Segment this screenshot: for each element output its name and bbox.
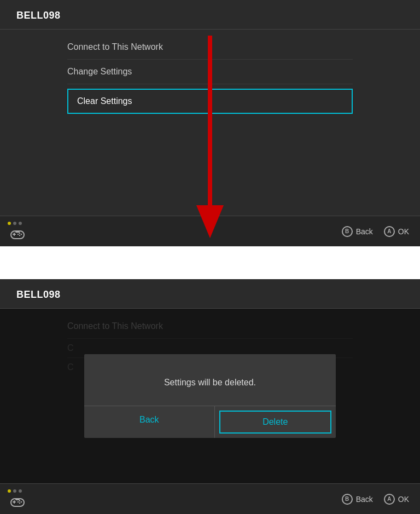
- bottom-footer-back-btn[interactable]: B Back: [342, 494, 373, 505]
- bottom-footer-left: [8, 489, 30, 509]
- top-panel-title: BELL098: [0, 0, 420, 30]
- svg-rect-7: [15, 232, 20, 233]
- dialog-delete-wrap: Delete: [215, 406, 336, 438]
- dialog-message: Settings will be deleted.: [84, 354, 336, 406]
- svg-rect-17: [15, 499, 20, 500]
- ok-label: OK: [398, 227, 409, 236]
- footer-ok-btn[interactable]: A OK: [384, 226, 409, 237]
- red-arrow: [194, 36, 226, 240]
- bottom-footer-right: B Back A OK: [342, 494, 409, 505]
- footer-right: B Back A OK: [342, 226, 409, 237]
- svg-point-15: [19, 502, 20, 503]
- svg-point-14: [21, 501, 22, 502]
- bottom-gamepad-icon: [8, 494, 27, 509]
- a-circle: A: [384, 226, 395, 237]
- bottom-panel: BELL098 Connect to This Network C C Sett…: [0, 279, 420, 514]
- white-separator: [0, 246, 420, 279]
- bottom-panel-footer: B Back A OK: [0, 483, 420, 514]
- svg-rect-2: [14, 233, 15, 236]
- bottom-dot-1: [8, 489, 11, 493]
- bottom-a-circle: A: [384, 494, 395, 505]
- bottom-b-circle: B: [342, 494, 353, 505]
- svg-marker-9: [196, 205, 224, 238]
- gamepad-icon: [8, 227, 27, 241]
- dialog-delete-button[interactable]: Delete: [219, 411, 332, 434]
- bottom-footer-ok-btn[interactable]: A OK: [384, 494, 409, 505]
- back-label: Back: [356, 227, 373, 236]
- dialog-overlay: Settings will be deleted. Back Delete: [0, 309, 420, 483]
- bottom-panel-title: BELL098: [0, 279, 420, 309]
- bottom-back-label: Back: [356, 495, 373, 504]
- dot-2: [13, 222, 16, 225]
- bottom-dot-3: [19, 489, 22, 493]
- bottom-ok-label: OK: [398, 495, 409, 504]
- svg-point-13: [19, 500, 20, 501]
- svg-point-5: [19, 234, 20, 235]
- svg-point-6: [18, 233, 19, 234]
- svg-point-16: [18, 501, 19, 502]
- b-circle: B: [342, 226, 353, 237]
- dot-1: [8, 222, 11, 225]
- svg-rect-12: [14, 500, 15, 504]
- svg-point-3: [19, 232, 20, 233]
- controller-icon-wrap: [8, 222, 30, 241]
- dialog-box: Settings will be deleted. Back Delete: [84, 354, 336, 438]
- footer-back-btn[interactable]: B Back: [342, 226, 373, 237]
- svg-point-4: [21, 233, 22, 234]
- footer-left: [8, 222, 30, 241]
- bottom-content: Connect to This Network C C Settings wil…: [0, 309, 420, 483]
- dialog-back-button[interactable]: Back: [84, 406, 215, 438]
- bottom-controller-wrap: [8, 489, 30, 509]
- dialog-buttons: Back Delete: [84, 406, 336, 438]
- dot-3: [19, 222, 22, 225]
- bottom-dot-2: [13, 489, 16, 493]
